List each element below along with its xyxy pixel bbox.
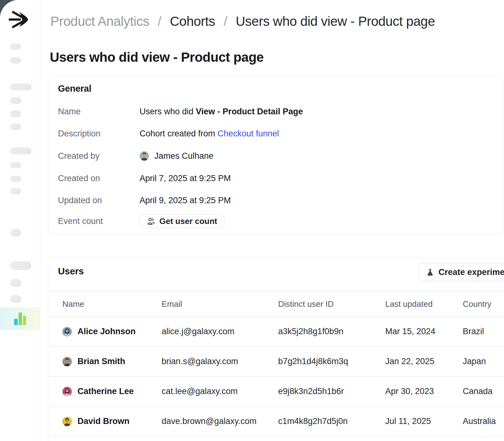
user-country-cell: Japan [463, 357, 504, 366]
avatar [62, 327, 72, 336]
created-on-value: April 7, 2025 at 9:25 PM [140, 174, 231, 183]
user-email-cell: dave.brown@galaxy.com [162, 416, 278, 426]
user-last-updated-cell: Jan 22, 2025 [385, 357, 463, 366]
field-label: Created on [58, 174, 140, 183]
field-value: James Culhane [140, 151, 214, 161]
table-header-row: Name Email Distinct user ID Last updated… [48, 292, 504, 317]
sidebar-skeleton-item [10, 83, 32, 90]
main-content: Product Analytics / Cohorts / Users who … [40, 0, 504, 441]
bar-chart-icon [14, 312, 26, 325]
field-label: Name [58, 107, 140, 117]
users-card-header: Users Create experiment [48, 258, 504, 292]
user-distinct-id-cell: b7g2h1d4j8k6m3q [278, 357, 385, 366]
sidebar-skeleton-item [10, 147, 32, 154]
user-count-icon [147, 217, 155, 226]
avatar [140, 151, 149, 161]
user-name-cell: Alice Johnson [62, 327, 162, 336]
field-name: Name Users who did View - Product Detail… [58, 105, 493, 118]
field-created-by: Created by James Culhane [58, 149, 493, 163]
sidebar-skeleton-item [10, 123, 21, 130]
column-header-email: Email [162, 299, 278, 309]
flask-icon [426, 268, 434, 277]
field-label: Created by [58, 151, 140, 161]
page-title: Users who did view - Product page [50, 50, 264, 65]
column-header-name: Name [62, 299, 162, 309]
column-header-distinct-id: Distinct user ID [278, 299, 385, 309]
field-updated-on: Updated on April 9, 2025 at 9:25 PM [58, 193, 493, 207]
sidebar-skeleton-item [10, 279, 21, 287]
user-distinct-id-cell: a3k5j2h8g1f0b9n [278, 327, 385, 336]
create-experiment-label: Create experiment [438, 267, 504, 277]
general-card: General Name Users who did View - Produc… [48, 76, 503, 235]
user-country-cell: Brazil [463, 327, 504, 336]
general-heading: General [58, 83, 91, 94]
user-name: Catherine Lee [77, 387, 134, 396]
sidebar-skeleton-item [10, 110, 21, 117]
sidebar-skeleton-item [10, 97, 21, 104]
table-row[interactable]: Catherine Lee cat.lee@galaxy.com e9j8k3n… [48, 377, 504, 407]
table-row[interactable]: Brian Smith brian.s@galaxy.com b7g2h1d4j… [48, 347, 504, 377]
user-name-cell: Catherine Lee [62, 387, 162, 396]
field-label: Updated on [58, 196, 140, 205]
user-email-cell: brian.s@galaxy.com [162, 357, 278, 366]
breadcrumb-separator: / [158, 14, 161, 29]
user-name: David Brown [77, 416, 129, 426]
description-text: Cohort created from [140, 129, 218, 139]
name-prefix: Users who did [140, 107, 196, 117]
users-card: Users Create experiment Name Email Disti… [48, 257, 504, 441]
field-value: Cohort created from Checkout funnel [140, 129, 279, 139]
sidebar-skeleton-item [10, 57, 21, 64]
sidebar [0, 0, 40, 441]
sidebar-skeleton-item [10, 176, 21, 182]
field-event-count: Event count Get user count [58, 214, 493, 228]
user-last-updated-cell: Mar 15, 2024 [385, 327, 463, 336]
column-header-country: Country [463, 299, 504, 309]
user-email-cell: cat.lee@galaxy.com [162, 387, 278, 396]
sidebar-skeleton-item [10, 229, 21, 237]
field-description: Description Cohort created from Checkout… [58, 127, 493, 140]
sidebar-item-analytics-active[interactable] [0, 307, 40, 330]
created-by-name: James Culhane [154, 151, 214, 161]
table-row[interactable]: Alice Johnson alice.j@galaxy.com a3k5j2h… [48, 317, 504, 347]
sidebar-skeleton-item [10, 162, 21, 168]
get-user-count-label: Get user count [159, 216, 217, 226]
avatar [62, 417, 72, 426]
user-name-cell: David Brown [62, 416, 162, 426]
checkout-funnel-link[interactable]: Checkout funnel [218, 129, 279, 139]
users-table-body: Alice Johnson alice.j@galaxy.com a3k5j2h… [48, 317, 504, 437]
user-name: Brian Smith [77, 357, 125, 366]
breadcrumb-separator: / [224, 14, 227, 29]
users-heading: Users [58, 266, 84, 277]
sidebar-skeleton-item [10, 43, 21, 50]
field-created-on: Created on April 7, 2025 at 9:25 PM [58, 171, 493, 185]
field-label: Description [58, 129, 140, 139]
updated-on-value: April 9, 2025 at 9:25 PM [140, 196, 231, 205]
column-header-last-updated: Last updated [385, 299, 463, 309]
get-user-count-button[interactable]: Get user count [140, 214, 224, 228]
user-distinct-id-cell: c1m4k8g2h7d5j0n [278, 416, 385, 426]
user-distinct-id-cell: e9j8k3n2d5h1b6r [278, 387, 385, 396]
breadcrumb: Product Analytics / Cohorts / Users who … [50, 14, 435, 29]
field-label: Event count [58, 216, 140, 226]
user-name-cell: Brian Smith [62, 357, 162, 366]
user-last-updated-cell: Apr 30, 2023 [385, 387, 463, 396]
sidebar-skeleton-item [10, 188, 21, 194]
field-value: Users who did View - Product Detail Page [140, 107, 303, 117]
avatar [62, 387, 72, 396]
user-name: Alice Johnson [77, 327, 136, 336]
avatar [62, 357, 72, 366]
arrow-logo-icon[interactable] [8, 9, 28, 30]
breadcrumb-current-page: Users who did view - Product page [236, 14, 435, 29]
name-bold: View - Product Detail Page [196, 107, 303, 117]
create-experiment-button[interactable]: Create experiment [419, 263, 504, 281]
app-window: Product Analytics / Cohorts / Users who … [0, 0, 504, 441]
user-last-updated-cell: Jul 11, 2025 [385, 416, 463, 426]
sidebar-skeleton-item [10, 295, 21, 303]
table-row[interactable]: David Brown dave.brown@galaxy.com c1m4k8… [48, 407, 504, 437]
user-country-cell: Australia [463, 416, 504, 426]
sidebar-skeleton-item [10, 261, 32, 270]
user-country-cell: Canada [463, 387, 504, 396]
user-email-cell: alice.j@galaxy.com [162, 327, 278, 336]
breadcrumb-cohorts[interactable]: Cohorts [170, 14, 215, 29]
breadcrumb-product-analytics[interactable]: Product Analytics [50, 14, 149, 29]
